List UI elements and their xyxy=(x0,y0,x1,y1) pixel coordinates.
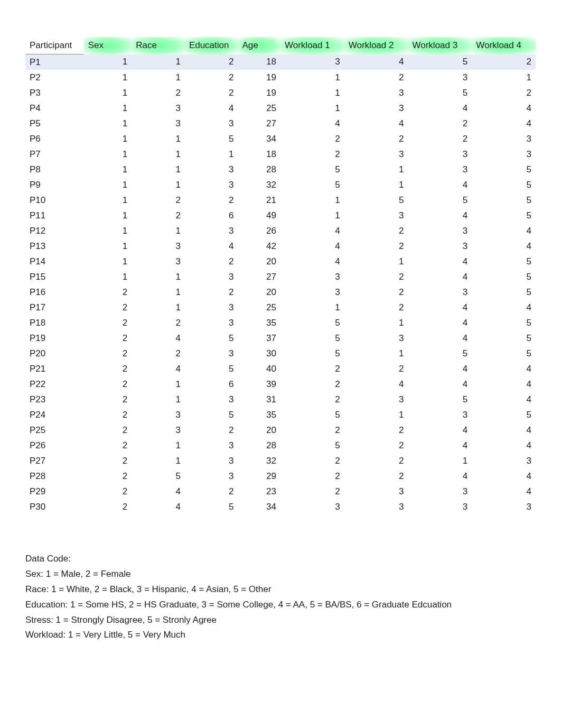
cell-sex: 1 xyxy=(84,269,132,284)
cell-workload-4: 4 xyxy=(472,361,536,376)
table-row: P14132204145 xyxy=(25,254,536,269)
cell-race: 1 xyxy=(132,392,185,407)
codes-education: Education: 1 = Some HS, 2 = HS Graduate,… xyxy=(25,597,536,613)
table-row: P12113264234 xyxy=(25,223,536,238)
table-row: P8113285135 xyxy=(25,162,536,177)
cell-sex: 2 xyxy=(84,284,132,300)
cell-workload-2: 2 xyxy=(344,284,408,300)
table-row: P24235355135 xyxy=(25,407,536,422)
cell-participant: P5 xyxy=(25,116,84,131)
cell-education: 5 xyxy=(185,361,238,376)
cell-workload-2: 2 xyxy=(344,70,408,85)
cell-workload-4: 5 xyxy=(472,177,536,192)
cell-age: 31 xyxy=(238,392,281,407)
cell-workload-1: 3 xyxy=(280,499,344,514)
cell-participant: P28 xyxy=(25,468,84,484)
cell-participant: P26 xyxy=(25,438,84,453)
table-row: P3122191352 xyxy=(25,85,536,100)
cell-sex: 1 xyxy=(84,100,132,116)
header-workload-4: Workload 4 xyxy=(472,37,536,54)
cell-participant: P19 xyxy=(25,330,84,346)
cell-race: 2 xyxy=(132,315,185,330)
cell-workload-1: 1 xyxy=(280,85,344,100)
cell-workload-3: 4 xyxy=(408,208,472,223)
cell-participant: P20 xyxy=(25,346,84,361)
cell-age: 35 xyxy=(238,315,281,330)
cell-workload-2: 3 xyxy=(344,330,408,346)
table-row: P5133274424 xyxy=(25,116,536,131)
cell-workload-2: 1 xyxy=(344,346,408,361)
cell-workload-1: 5 xyxy=(280,438,344,453)
cell-workload-4: 4 xyxy=(472,422,536,438)
cell-sex: 2 xyxy=(84,300,132,315)
cell-workload-2: 2 xyxy=(344,438,408,453)
cell-age: 27 xyxy=(238,269,281,284)
cell-workload-3: 3 xyxy=(408,499,472,514)
cell-education: 1 xyxy=(185,146,238,162)
cell-age: 26 xyxy=(238,223,281,238)
cell-workload-4: 3 xyxy=(472,131,536,146)
table-row: P7111182333 xyxy=(25,146,536,162)
cell-workload-1: 5 xyxy=(280,330,344,346)
cell-age: 19 xyxy=(238,85,281,100)
table-row: P10122211555 xyxy=(25,192,536,208)
cell-race: 5 xyxy=(132,468,185,484)
cell-age: 32 xyxy=(238,453,281,468)
cell-participant: P15 xyxy=(25,269,84,284)
cell-education: 2 xyxy=(185,284,238,300)
cell-education: 2 xyxy=(185,54,238,70)
table-row: P27213322213 xyxy=(25,453,536,468)
cell-race: 2 xyxy=(132,346,185,361)
cell-workload-4: 4 xyxy=(472,484,536,499)
cell-workload-4: 3 xyxy=(472,146,536,162)
cell-workload-3: 4 xyxy=(408,468,472,484)
cell-age: 32 xyxy=(238,177,281,192)
cell-workload-4: 5 xyxy=(472,346,536,361)
cell-participant: P8 xyxy=(25,162,84,177)
cell-workload-4: 5 xyxy=(472,162,536,177)
cell-education: 6 xyxy=(185,376,238,392)
cell-workload-2: 4 xyxy=(344,54,408,70)
cell-workload-4: 4 xyxy=(472,300,536,315)
cell-workload-4: 4 xyxy=(472,438,536,453)
table-row: P22216392444 xyxy=(25,376,536,392)
cell-age: 20 xyxy=(238,284,281,300)
cell-participant: P13 xyxy=(25,238,84,254)
cell-workload-1: 1 xyxy=(280,70,344,85)
cell-race: 1 xyxy=(132,146,185,162)
cell-workload-3: 5 xyxy=(408,192,472,208)
table-body: P1112183452P2112191231P3122191352P413425… xyxy=(25,54,536,515)
cell-workload-1: 3 xyxy=(280,284,344,300)
cell-workload-1: 3 xyxy=(280,269,344,284)
cell-workload-3: 4 xyxy=(408,330,472,346)
cell-workload-2: 1 xyxy=(344,315,408,330)
cell-workload-2: 2 xyxy=(344,238,408,254)
cell-workload-4: 5 xyxy=(472,254,536,269)
cell-workload-1: 2 xyxy=(280,146,344,162)
cell-sex: 2 xyxy=(84,499,132,514)
cell-workload-4: 4 xyxy=(472,376,536,392)
cell-participant: P27 xyxy=(25,453,84,468)
cell-workload-2: 3 xyxy=(344,100,408,116)
cell-workload-3: 4 xyxy=(408,361,472,376)
cell-workload-4: 5 xyxy=(472,269,536,284)
cell-workload-2: 2 xyxy=(344,269,408,284)
cell-age: 37 xyxy=(238,330,281,346)
cell-education: 6 xyxy=(185,208,238,223)
cell-age: 27 xyxy=(238,116,281,131)
cell-education: 2 xyxy=(185,254,238,269)
cell-sex: 2 xyxy=(84,438,132,453)
cell-race: 1 xyxy=(132,223,185,238)
cell-sex: 2 xyxy=(84,361,132,376)
codes-stress: Stress: 1 = Strongly Disagree, 5 = Stron… xyxy=(25,613,536,628)
header-education: Education xyxy=(185,37,238,54)
cell-workload-4: 5 xyxy=(472,192,536,208)
cell-participant: P18 xyxy=(25,315,84,330)
cell-race: 4 xyxy=(132,361,185,376)
cell-sex: 2 xyxy=(84,422,132,438)
table-row: P18223355145 xyxy=(25,315,536,330)
cell-workload-1: 1 xyxy=(280,300,344,315)
cell-sex: 1 xyxy=(84,254,132,269)
cell-workload-1: 2 xyxy=(280,468,344,484)
cell-participant: P7 xyxy=(25,146,84,162)
